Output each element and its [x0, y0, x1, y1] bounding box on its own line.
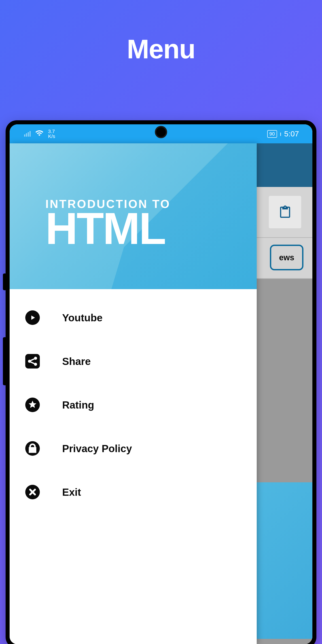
youtube-icon — [25, 310, 40, 325]
phone-frame: 3.7 K/s 90 ı 5:07 ews — [6, 120, 316, 644]
navigation-drawer: INTRODUCTION TO HTML Youtube Sh — [10, 143, 257, 644]
menu-item-privacy[interactable]: Privacy Policy — [10, 427, 257, 470]
menu-item-label: Privacy Policy — [62, 442, 132, 454]
menu-item-label: Exit — [62, 486, 81, 498]
tab-partial[interactable]: ews — [270, 245, 304, 270]
camera-notch — [155, 126, 167, 138]
star-icon — [25, 398, 40, 412]
battery-bar: ı — [280, 130, 282, 138]
menu-item-share[interactable]: Share — [10, 340, 257, 383]
menu-item-exit[interactable]: Exit — [10, 470, 257, 514]
menu-item-label: Youtube — [62, 312, 103, 324]
time-indicator: 5:07 — [284, 130, 299, 138]
svg-rect-1 — [25, 354, 40, 368]
phone-screen: 3.7 K/s 90 ı 5:07 ews — [10, 124, 312, 644]
lock-icon — [25, 441, 40, 456]
app-content: ews INTRODUCTION TO HTML Youtube — [10, 143, 312, 644]
signal-icon — [24, 131, 31, 137]
drawer-header: INTRODUCTION TO HTML — [10, 143, 257, 289]
menu-item-label: Share — [62, 355, 91, 368]
header-title: HTML — [46, 208, 257, 249]
menu-item-rating[interactable]: Rating — [10, 383, 257, 427]
share-icon — [25, 354, 40, 368]
phone-side-button — [3, 274, 6, 290]
speed-indicator: 3.7 K/s — [48, 129, 55, 139]
phone-side-button — [3, 337, 6, 385]
menu-item-label: Rating — [62, 399, 94, 411]
close-icon — [25, 485, 40, 499]
svg-rect-9 — [30, 448, 36, 452]
menu-item-youtube[interactable]: Youtube — [10, 296, 257, 340]
battery-icon: 90 — [267, 130, 277, 138]
wifi-icon — [35, 129, 44, 139]
page-title: Menu — [127, 34, 195, 64]
menu-list: Youtube Share Rating — [10, 289, 257, 520]
clipboard-icon — [269, 196, 301, 228]
